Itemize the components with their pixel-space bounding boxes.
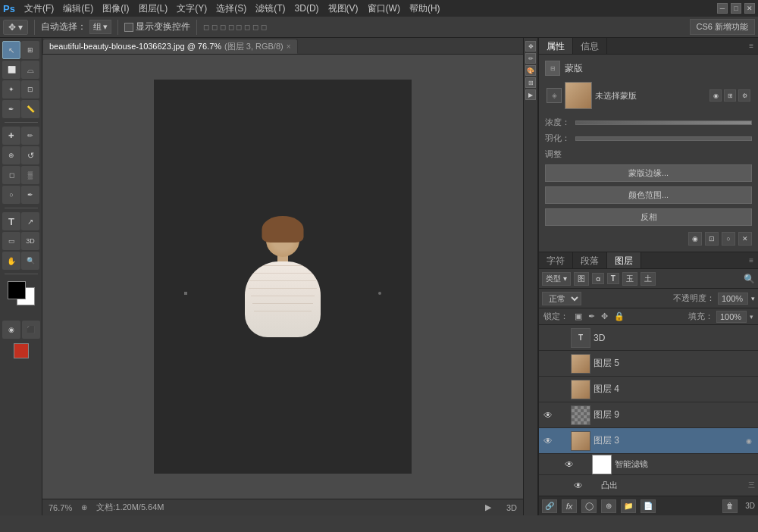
navigate-arrow[interactable]: ▶ xyxy=(485,502,491,512)
layers-filter-shape[interactable]: 玉 xyxy=(622,272,637,286)
layers-delete-btn[interactable]: 🗑 xyxy=(722,499,738,513)
document-tab[interactable]: beautiful-beauty-blouse-1036623.jpg @ 76… xyxy=(42,39,298,54)
quick-mask-tool[interactable]: ◉ xyxy=(2,321,20,339)
tab-close-button[interactable]: × xyxy=(287,42,291,51)
menu-file[interactable]: 文件(F) xyxy=(20,0,58,17)
menu-help[interactable]: 帮助(H) xyxy=(405,0,445,17)
layers-filter-text[interactable]: T xyxy=(607,273,619,284)
spot-heal-tool[interactable]: ✚ xyxy=(2,127,20,145)
opacity-input[interactable] xyxy=(718,293,748,305)
foreground-color-swatch[interactable] xyxy=(14,343,29,358)
prop-icon-2[interactable]: ⊡ xyxy=(705,232,719,246)
layer-visibility-5[interactable]: 👁 xyxy=(542,358,554,370)
layer-item-3d[interactable]: 👁 T 3D xyxy=(539,325,758,351)
layers-mask-btn[interactable]: ◯ xyxy=(581,499,597,513)
quick-select-tool[interactable]: ✦ xyxy=(2,80,20,99)
layer-visibility-4[interactable]: 👁 xyxy=(542,383,554,396)
properties-tab-info[interactable]: 信息 xyxy=(573,38,607,54)
menu-edit[interactable]: 编辑(E) xyxy=(58,0,98,17)
layers-fx-btn[interactable]: fx xyxy=(562,499,577,513)
rect-select-tool[interactable]: ⬜ xyxy=(2,61,20,79)
color-range-btn[interactable]: 颜色范围... xyxy=(545,186,752,204)
move-tool-btn[interactable]: ✥ ▾ xyxy=(3,20,28,35)
blend-mode-select[interactable]: 正常 xyxy=(542,292,581,305)
prop-icon-4[interactable]: ✕ xyxy=(738,232,752,246)
layer-item-smart-filter[interactable]: 👁 智能滤镜 xyxy=(539,454,758,475)
brush-tool[interactable]: ✏ xyxy=(21,127,39,145)
invert-btn[interactable]: 反相 xyxy=(545,208,752,226)
text-tool[interactable]: T xyxy=(2,212,20,230)
menu-window[interactable]: 窗口(W) xyxy=(363,0,405,17)
prop-icon-1[interactable]: ◉ xyxy=(688,232,702,246)
menu-layer[interactable]: 图层(L) xyxy=(134,0,173,17)
foreground-color[interactable] xyxy=(8,281,26,299)
right-tool-4[interactable]: ⊞ xyxy=(525,77,536,88)
layers-tab-char[interactable]: 字符 xyxy=(539,252,573,268)
auto-select-dropdown[interactable]: 组 ▾ xyxy=(89,20,111,34)
window-minimize-button[interactable]: ─ xyxy=(717,3,728,14)
window-restore-button[interactable]: □ xyxy=(731,3,741,14)
right-tool-3[interactable]: 🎨 xyxy=(525,65,536,76)
hand-tool[interactable]: ✋ xyxy=(2,252,20,270)
prop-icon-3[interactable]: ○ xyxy=(722,232,735,246)
layer-visibility-9[interactable]: 👁 xyxy=(542,409,554,421)
layer-item-3[interactable]: 👁 图层 3 ◉ xyxy=(539,428,758,454)
layer-extra-3[interactable]: ◉ xyxy=(743,437,755,445)
layer-visibility-smart[interactable]: 👁 xyxy=(563,458,575,471)
layers-group-btn[interactable]: 📁 xyxy=(621,499,636,513)
fill-input[interactable] xyxy=(716,311,747,323)
layers-filter-adj[interactable]: ɑ xyxy=(592,273,604,284)
layer-item-bump[interactable]: 👁 凸出 三 xyxy=(539,475,758,496)
pen-tool[interactable]: ✒ xyxy=(21,186,39,204)
layer-visibility-3d[interactable]: 👁 xyxy=(542,332,554,344)
menu-image[interactable]: 图像(I) xyxy=(98,0,133,17)
layers-tab-layers[interactable]: 图层 xyxy=(607,252,641,268)
canvas-container[interactable] xyxy=(42,55,523,499)
gradient-tool[interactable]: ▒ xyxy=(21,166,39,184)
mask-visibility-btn[interactable]: ◉ xyxy=(709,89,722,102)
opacity-dropdown[interactable]: ▾ xyxy=(751,295,755,302)
layers-adj-btn[interactable]: ⊕ xyxy=(601,499,616,513)
right-tool-5[interactable]: ▶ xyxy=(525,89,536,100)
bump-expand[interactable]: 三 xyxy=(748,480,755,490)
layers-link-btn[interactable]: 🔗 xyxy=(542,499,557,513)
layers-collapse-btn[interactable]: ≡ xyxy=(744,252,758,268)
menu-3d[interactable]: 3D(D) xyxy=(290,0,324,17)
layers-type-dropdown[interactable]: 类型 ▾ xyxy=(542,272,571,286)
lock-icon-4[interactable]: 🔒 xyxy=(614,311,625,321)
lock-icon-3[interactable]: ✥ xyxy=(601,311,608,321)
eyedropper-tool[interactable]: ✒ xyxy=(2,100,20,118)
show-transform-checkbox[interactable]: 显示变换控件 xyxy=(124,20,190,33)
layer-item-4[interactable]: 👁 图层 4 xyxy=(539,377,758,402)
mask-settings-btn[interactable]: ⚙ xyxy=(738,89,750,102)
layers-search-icon[interactable]: 🔍 xyxy=(744,274,755,284)
layers-filter-smart[interactable]: 土 xyxy=(641,272,656,286)
layers-new-btn[interactable]: 📄 xyxy=(641,499,656,513)
move-tool[interactable] xyxy=(2,41,20,59)
layers-filter-img[interactable]: 图 xyxy=(574,272,589,286)
right-tool-2[interactable]: ✏ xyxy=(525,53,536,64)
window-close-button[interactable]: ✕ xyxy=(744,3,755,14)
right-tool-1[interactable]: ✥ xyxy=(525,41,536,52)
3d-tool[interactable]: 3D xyxy=(21,232,39,250)
shape-tool[interactable]: ▭ xyxy=(2,232,20,250)
zoom-tool[interactable]: 🔍 xyxy=(21,252,39,270)
path-select-tool[interactable]: ↗ xyxy=(21,212,39,230)
layer-item-9[interactable]: 👁 图层 9 xyxy=(539,402,758,428)
layer-visibility-bump[interactable]: 👁 xyxy=(572,480,584,492)
menu-view[interactable]: 视图(V) xyxy=(324,0,363,17)
layer-item-5[interactable]: 👁 图层 5 xyxy=(539,351,758,377)
lasso-tool[interactable]: ⌓ xyxy=(21,61,39,79)
eraser-tool[interactable]: ◻ xyxy=(2,166,20,184)
lock-icon-1[interactable]: ▣ xyxy=(575,311,582,321)
fill-dropdown[interactable]: ▾ xyxy=(750,313,753,321)
crop-tool[interactable]: ⊡ xyxy=(21,80,39,99)
mask-edge-btn[interactable]: 蒙版边缘... xyxy=(545,164,752,182)
ruler-tool[interactable]: 📏 xyxy=(21,100,39,118)
mask-link-btn[interactable]: ⊞ xyxy=(724,89,736,102)
clone-stamp-tool[interactable]: ⊕ xyxy=(2,146,20,164)
menu-filter[interactable]: 滤镜(T) xyxy=(251,0,290,17)
lock-icon-2[interactable]: ✒ xyxy=(588,311,595,321)
history-brush-tool[interactable]: ↺ xyxy=(21,146,39,164)
density-slider[interactable] xyxy=(575,120,752,125)
